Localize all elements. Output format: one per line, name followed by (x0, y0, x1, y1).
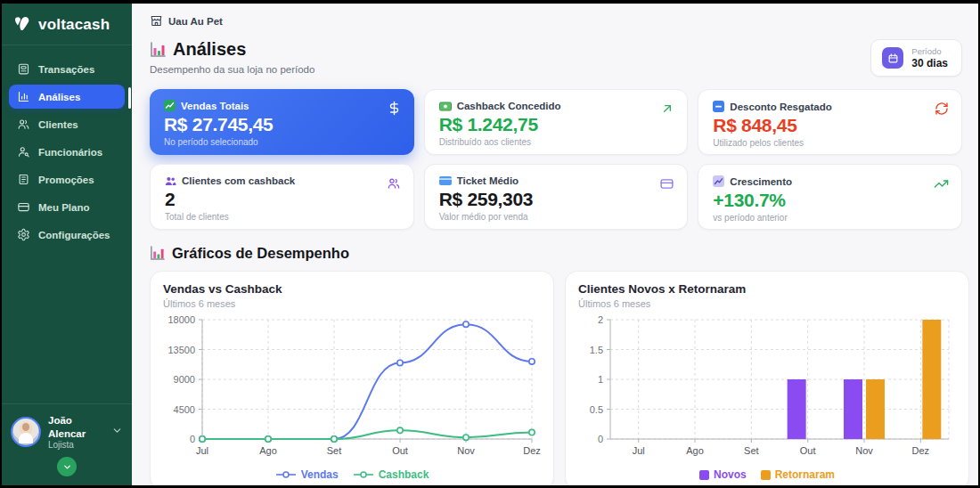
receipt-icon (17, 62, 30, 76)
legend-item: Cashback (353, 468, 429, 481)
users-icon (17, 118, 30, 131)
svg-text:Set: Set (327, 445, 342, 456)
nav-scrollbar-thumb[interactable] (128, 87, 131, 109)
legend-item: Novos (699, 468, 747, 481)
stat-value-crescimento: +130.7% (713, 190, 947, 211)
stat-value-ticket: R$ 259,303 (439, 189, 674, 210)
stats-grid: Vendas Totais R$ 27.745,45 No período se… (150, 89, 962, 230)
stat-card-vendas-totais: Vendas Totais R$ 27.745,45 No período se… (150, 89, 414, 155)
trending-up-icon (934, 176, 949, 195)
card-icon (439, 176, 452, 185)
stat-value-vendas: R$ 27.745,45 (164, 114, 400, 135)
users-icon (387, 176, 401, 194)
stat-value-cashback: R$ 1.242,75 (439, 114, 674, 135)
stat-card-desconto-resgatado: Desconto Resgatado R$ 848,45 Utilizado p… (698, 89, 962, 155)
page-title: Análises (150, 39, 314, 60)
chart-card-clientes-novos-retornaram: Clientes Novos x Retornaram Últimos 6 me… (565, 271, 969, 485)
sidebar-item-transacoes[interactable]: Transações (9, 57, 125, 81)
sidebar-item-label: Promoções (38, 175, 94, 185)
stat-card-clientes-cashback: Clientes com cashback 2 Total de cliente… (150, 164, 414, 230)
avatar (11, 417, 41, 447)
sidebar-item-promocoes[interactable]: Promoções (9, 167, 125, 191)
voltacash-logo-icon (13, 15, 32, 34)
user-role: Lojista (48, 440, 104, 450)
svg-text:0: 0 (598, 434, 603, 444)
chart-emoji-icon (150, 42, 166, 58)
sidebar-item-analises[interactable]: Análises (9, 85, 125, 109)
svg-text:Nov: Nov (855, 445, 873, 456)
page-subtitle: Desempenho da sua loja no período (150, 64, 314, 75)
chevron-down-icon (111, 424, 123, 440)
credit-card-icon (17, 200, 30, 214)
svg-text:Nov: Nov (457, 445, 475, 456)
chevron-down-icon (62, 462, 72, 472)
chart-subtitle: Últimos 6 meses (163, 298, 541, 309)
bar-chart: 00.511.52JulAgoSetOutNovDez (578, 313, 956, 466)
app-window: voltacash Transações Análises Clientes F… (2, 4, 978, 485)
svg-text:4500: 4500 (174, 404, 195, 415)
sidebar-item-label: Funcionários (38, 147, 102, 158)
sidebar-item-funcionarios[interactable]: Funcionários (9, 140, 125, 164)
svg-text:0.5: 0.5 (590, 404, 603, 415)
charts-section-title: Gráficos de Desempenho (150, 245, 962, 262)
dollar-icon (387, 101, 402, 119)
sidebar-item-label: Transações (38, 64, 94, 75)
main-content: Uau Au Pet Análises Desempenho da sua lo… (132, 4, 978, 485)
line-chart-legend: VendasCashback (163, 466, 541, 484)
sidebar-item-meu-plano[interactable]: Meu Plano (9, 195, 125, 219)
stat-card-crescimento: Crescimento +130.7% vs período anterior (698, 164, 962, 230)
line-chart: 0450090001350018000JulAgoSetOutNovDez (163, 313, 541, 466)
period-label: Período (911, 46, 948, 56)
svg-text:Dez: Dez (912, 445, 930, 456)
arrow-up-right-icon (660, 102, 674, 119)
stat-value-desconto: R$ 848,45 (713, 115, 947, 136)
svg-text:1.5: 1.5 (590, 345, 603, 355)
sidebar-item-configuracoes[interactable]: Configurações (9, 223, 125, 247)
banknote-icon (439, 102, 452, 111)
svg-text:1: 1 (598, 374, 603, 385)
legend-item: Retornaram (761, 468, 835, 481)
legend-item: Vendas (275, 468, 339, 481)
sales-chart-icon (164, 100, 176, 111)
period-selector[interactable]: Período 30 dias (870, 39, 962, 77)
brand-name: voltacash (38, 16, 110, 34)
svg-text:2: 2 (598, 314, 603, 325)
growth-icon (713, 175, 724, 187)
svg-text:0: 0 (190, 434, 195, 444)
gear-icon (17, 228, 30, 241)
svg-text:Ago: Ago (686, 445, 704, 456)
stat-value-clientes: 2 (165, 189, 399, 210)
sidebar-item-label: Análises (38, 92, 80, 102)
svg-text:Out: Out (800, 445, 816, 456)
svg-text:Jul: Jul (633, 445, 645, 456)
stat-card-cashback-concedido: Cashback Concedido R$ 1.242,75 Distribuí… (424, 89, 689, 155)
stat-card-ticket-medio: Ticket Médio R$ 259,303 Valor médio por … (424, 164, 689, 230)
refresh-icon (935, 102, 949, 119)
svg-text:Ago: Ago (259, 445, 277, 456)
svg-text:Set: Set (744, 445, 759, 456)
bar-chart-legend: NovosRetornaram (578, 466, 956, 484)
svg-text:13500: 13500 (167, 345, 195, 355)
chart-emoji-icon (150, 246, 165, 261)
store-badge: Uau Au Pet (150, 14, 962, 28)
chart-title: Vendas vs Cashback (163, 282, 541, 296)
people-icon (165, 176, 176, 186)
svg-text:Jul: Jul (196, 445, 208, 456)
store-name: Uau Au Pet (168, 16, 223, 27)
svg-text:Dez: Dez (523, 445, 541, 456)
newspaper-icon (17, 173, 30, 186)
svg-text:Out: Out (392, 445, 408, 456)
sidebar-item-label: Meu Plano (38, 202, 90, 213)
bar-chart-icon (17, 90, 30, 103)
scroll-down-button[interactable] (57, 457, 77, 476)
user-menu[interactable]: João Alencar Lojista (11, 414, 123, 450)
sidebar-item-clientes[interactable]: Clientes (9, 112, 125, 136)
sidebar-item-label: Configurações (38, 230, 110, 240)
storefront-icon (150, 14, 163, 28)
chart-subtitle: Últimos 6 meses (578, 298, 956, 309)
logo: voltacash (2, 4, 132, 45)
calendar-icon (882, 47, 903, 69)
sidebar-user-section: João Alencar Lojista (2, 403, 132, 485)
credit-card-icon (659, 176, 674, 195)
svg-text:18000: 18000 (167, 314, 195, 325)
